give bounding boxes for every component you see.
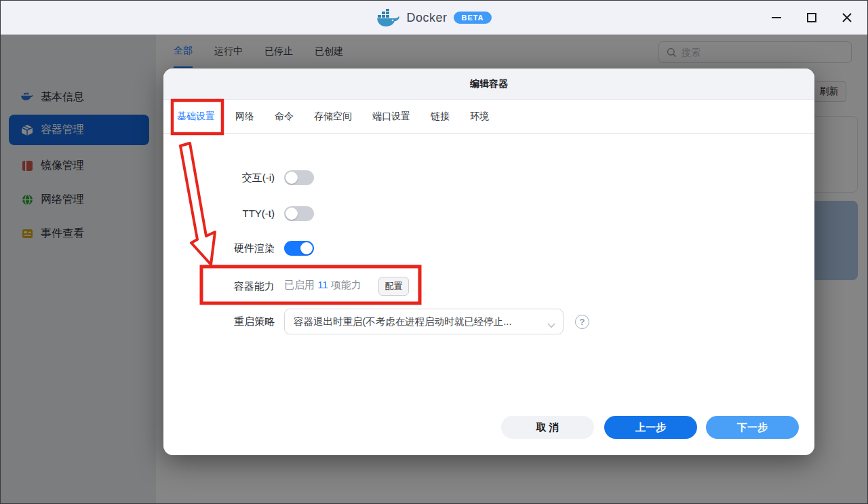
- interactive-toggle[interactable]: [284, 170, 314, 185]
- tab-storage[interactable]: 存储空间: [314, 111, 352, 123]
- previous-step-button[interactable]: 上一步: [604, 416, 697, 439]
- close-button[interactable]: [837, 8, 856, 27]
- docker-logo-icon: [376, 9, 399, 26]
- cancel-button[interactable]: 取 消: [501, 416, 594, 439]
- chevron-down-icon: [547, 319, 555, 331]
- tab-links[interactable]: 链接: [431, 111, 450, 123]
- app-title: Docker: [406, 11, 447, 25]
- toggle-knob: [285, 208, 298, 220]
- capabilities-label: 容器能力: [163, 279, 275, 294]
- tty-toggle[interactable]: [284, 206, 314, 221]
- restart-policy-help-icon[interactable]: ?: [575, 315, 589, 329]
- edit-container-dialog: 编辑容器 基础设置 网络 命令 存储空间 端口设置 链接 环境 交互(-i) T…: [163, 69, 814, 455]
- app-window: Docker BETA: [0, 0, 868, 504]
- minimize-button[interactable]: [767, 8, 786, 27]
- title-group: Docker BETA: [1, 1, 867, 35]
- toggle-knob: [285, 172, 298, 184]
- titlebar: Docker BETA: [1, 1, 867, 35]
- tab-environment[interactable]: 环境: [470, 111, 489, 123]
- maximize-button[interactable]: [802, 8, 821, 27]
- restart-policy-select[interactable]: 容器退出时重启(不考虑在进程启动时就已经停止...: [284, 309, 564, 334]
- hardware-render-toggle[interactable]: [284, 241, 314, 256]
- hardware-render-label: 硬件渲染: [163, 241, 275, 256]
- tty-label: TTY(-t): [163, 206, 275, 221]
- beta-badge: BETA: [454, 12, 491, 24]
- tab-network[interactable]: 网络: [235, 111, 254, 123]
- capabilities-status-suffix: 项能力: [331, 279, 361, 290]
- tab-command[interactable]: 命令: [275, 111, 294, 123]
- configure-capabilities-button[interactable]: 配置: [378, 277, 409, 296]
- dialog-tabs: 基础设置 网络 命令 存储空间 端口设置 链接 环境: [163, 100, 814, 134]
- capabilities-status-prefix: 已启用: [284, 279, 315, 290]
- interactive-label: 交互(-i): [163, 170, 275, 185]
- dialog-title: 编辑容器: [163, 69, 814, 100]
- capabilities-status: 已启用 11 项能力: [284, 279, 361, 292]
- restart-policy-label: 重启策略: [163, 314, 275, 329]
- tab-ports[interactable]: 端口设置: [372, 111, 410, 123]
- tab-basic-settings[interactable]: 基础设置: [177, 111, 215, 123]
- capabilities-count: 11: [317, 279, 328, 290]
- window-controls: [767, 1, 867, 35]
- restart-policy-value: 容器退出时重启(不考虑在进程启动时就已经停止...: [294, 315, 511, 328]
- next-step-button[interactable]: 下一步: [706, 416, 799, 439]
- toggle-knob: [300, 242, 313, 254]
